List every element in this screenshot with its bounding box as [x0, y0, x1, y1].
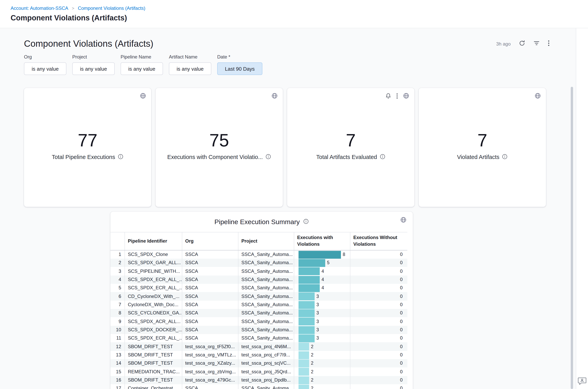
info-icon[interactable]	[380, 154, 385, 160]
row-index: 15	[110, 368, 125, 376]
col-header-executions-with-violations: Executions with Violations	[294, 232, 350, 250]
project-cell: SSCA_Sanity_Automa...	[238, 301, 294, 309]
violations-bar-value: 2	[311, 353, 313, 357]
executions-without-violations-cell: 0	[350, 376, 407, 384]
metric-label: Violated Artifacts	[457, 154, 499, 160]
row-index: 12	[110, 343, 125, 351]
project-cell: SSCA_Sanity_Automa...	[238, 267, 294, 276]
table-row: 5SCS_SPDX_ECR_ALL_...SSCASSCA_Sanity_Aut…	[110, 284, 407, 292]
filter-project-value[interactable]: is any value	[72, 63, 115, 75]
project-cell: test_ssca_proj_J5Qrd...	[238, 368, 294, 376]
violations-bar-value: 4	[321, 269, 324, 274]
table-row: 1SCS_SPDX_CloneSSCASSCA_Sanity_Automa...…	[110, 250, 407, 259]
executions-without-violations-cell: 0	[350, 284, 407, 292]
violations-bar-value: 4	[321, 286, 324, 290]
info-icon[interactable]	[266, 154, 271, 160]
info-icon[interactable]	[502, 154, 508, 160]
executions-without-violations-cell: 0	[350, 368, 407, 376]
violations-bar-value: 3	[316, 302, 319, 307]
table-row: 17Container_Orchestrat...SSCASSCA_Sanity…	[110, 384, 407, 389]
violations-bar	[298, 368, 309, 376]
executions-without-violations-cell: 0	[350, 276, 407, 284]
project-cell: test_ssca_proj_4N6M...	[238, 343, 294, 351]
executions-with-violations-cell: 3	[294, 292, 350, 301]
vertical-scrollbar[interactable]	[571, 87, 573, 389]
pipeline-identifier-cell: SBOM_DRIFT_TEST	[125, 351, 182, 359]
org-cell: test_ssca_org_XZalzy...	[182, 359, 238, 368]
breadcrumb: Account: Automation-SSCA > Component Vio…	[11, 5, 588, 11]
executions-without-violations-cell: 0	[350, 309, 407, 317]
filter-button[interactable]	[533, 40, 540, 47]
org-cell: test_ssca_org_479Gc...	[182, 376, 238, 384]
executions-with-violations-cell: 2	[294, 359, 350, 368]
filter-org-value[interactable]: is any value	[24, 63, 66, 75]
dashboard-title: Component Violations (Artifacts)	[24, 38, 153, 49]
row-index: 13	[110, 351, 125, 359]
violations-bar-value: 2	[311, 344, 313, 349]
filter-project: Project is any value	[72, 54, 115, 75]
org-cell: SSCA	[182, 250, 238, 259]
filter-date-value[interactable]: Last 90 Days	[217, 63, 262, 75]
filter-artifact-name-label: Artifact Name	[169, 54, 211, 60]
info-icon[interactable]	[303, 218, 309, 226]
metric-value: 7	[478, 131, 487, 149]
org-cell: SSCA	[182, 259, 238, 267]
pipeline-identifier-cell: SCS_SPDX_GAR_ALL...	[125, 259, 182, 267]
filter-project-label: Project	[72, 54, 115, 60]
violations-bar	[298, 276, 319, 284]
help-chat-button[interactable]	[577, 377, 587, 387]
filter-artifact-name-value[interactable]: is any value	[169, 63, 211, 75]
row-index: 2	[110, 259, 125, 267]
executions-with-violations-cell: 4	[294, 284, 350, 292]
executions-with-violations-cell: 3	[294, 309, 350, 317]
pipeline-identifier-cell: SCS_SPDX_DOCKER_...	[125, 325, 182, 334]
card-executions-with-violations: 75 Executions with Component Violatio...	[156, 88, 283, 207]
dashboard-scroll-area: Component Violations (Artifacts) 3h ago	[0, 28, 576, 389]
dashboard-header: Component Violations (Artifacts) 3h ago	[0, 28, 576, 49]
pipeline-identifier-cell: SCS_SPDX_ECR_ALL_...	[125, 334, 182, 343]
executions-with-violations-cell: 2	[294, 376, 350, 384]
executions-with-violations-cell: 2	[294, 343, 350, 351]
violations-bar	[298, 293, 314, 300]
table-row: 16SBOM_DRIFT_TESTtest_ssca_org_479Gc...t…	[110, 376, 407, 384]
project-cell: SSCA_Sanity_Automa...	[238, 250, 294, 259]
pipeline-identifier-cell: SCS_SPDX_ACR_ALL...	[125, 317, 182, 326]
violations-bar	[298, 259, 325, 267]
kebab-menu-icon	[548, 40, 550, 47]
pipeline-identifier-cell: SCS_SPDX_ECR_ALL_...	[125, 284, 182, 292]
pipeline-identifier-cell: CD_CycloneDX_With_...	[125, 292, 182, 301]
dashboard-menu-button[interactable]	[548, 40, 550, 47]
violations-bar	[298, 251, 341, 259]
violations-bar	[298, 284, 319, 292]
row-index: 10	[110, 325, 125, 334]
filter-pipeline-name-value[interactable]: is any value	[121, 63, 163, 75]
pipeline-execution-summary-table: Pipeline Identifier Org Project Executio…	[110, 232, 407, 389]
project-cell: SSCA_Sanity_Automa...	[238, 325, 294, 334]
project-cell: SSCA_Sanity_Automa...	[238, 309, 294, 317]
violations-bar-value: 8	[343, 252, 345, 257]
pipeline-identifier-cell: Container_Orchestrat...	[125, 384, 182, 389]
col-header-index	[110, 232, 125, 250]
table-row: 7CycloneDX_With_Doc...SSCASSCA_Sanity_Au…	[110, 301, 407, 309]
tile-menu-button[interactable]	[400, 217, 407, 224]
refresh-button[interactable]	[519, 40, 525, 47]
breadcrumb-account-link[interactable]: Account: Automation-SSCA	[11, 5, 68, 11]
project-cell: SSCA_Sanity_Automa...	[238, 284, 294, 292]
violations-bar-value: 2	[311, 378, 313, 382]
org-cell: SSCA	[182, 317, 238, 326]
filter-org-label: Org	[24, 54, 66, 60]
violations-bar	[298, 318, 314, 325]
violations-bar	[298, 343, 309, 351]
filter-icon	[533, 40, 540, 47]
filter-pipeline-name-label: Pipeline Name	[121, 54, 163, 60]
violations-bar	[298, 334, 314, 342]
breadcrumb-page-link[interactable]: Component Violations (Artifacts)	[78, 5, 145, 11]
executions-without-violations-cell: 0	[350, 317, 407, 326]
metric-value: 77	[78, 131, 97, 149]
row-index: 9	[110, 317, 125, 326]
org-cell: SSCA	[182, 384, 238, 389]
org-cell: test_ssca_org_VMTLz...	[182, 351, 238, 359]
info-icon[interactable]	[118, 154, 123, 160]
executions-without-violations-cell: 0	[350, 325, 407, 334]
filter-org: Org is any value	[24, 54, 66, 75]
